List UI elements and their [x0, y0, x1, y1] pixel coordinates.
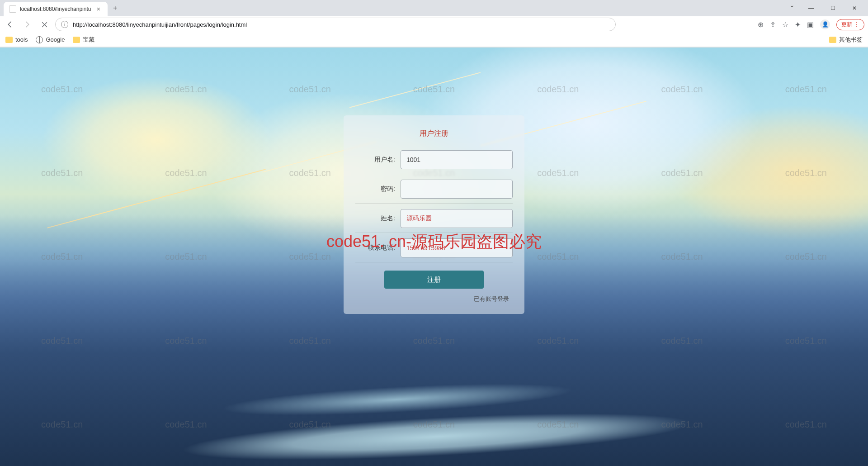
- username-label: 用户名:: [355, 156, 401, 164]
- browser-tab[interactable]: localhost:8080/linyechanpintu ×: [4, 2, 108, 16]
- close-icon: [41, 21, 48, 28]
- maximize-button[interactable]: ☐: [823, 1, 843, 15]
- bookmark-label: Google: [46, 36, 65, 43]
- bookmark-label: tools: [15, 36, 28, 43]
- tab-favicon-icon: [9, 5, 16, 13]
- form-row-username: 用户名:: [355, 150, 513, 174]
- chevron-down-icon[interactable]: ⌄: [785, 1, 799, 15]
- folder-icon: [5, 37, 13, 43]
- close-window-button[interactable]: ✕: [844, 1, 864, 15]
- password-label: 密码:: [355, 185, 401, 193]
- bookmarks-bar: tools Google 宝藏 其他书签: [0, 33, 868, 47]
- form-row-phone: 联系电话:: [355, 238, 513, 262]
- back-button[interactable]: [4, 18, 16, 31]
- forward-button: [21, 18, 33, 31]
- bookmark-star-icon[interactable]: ☆: [782, 20, 788, 29]
- name-label: 姓名:: [355, 214, 401, 223]
- phone-input[interactable]: [401, 238, 513, 257]
- bookmark-label: 宝藏: [83, 36, 94, 44]
- globe-icon: [36, 36, 43, 43]
- site-info-icon[interactable]: i: [61, 21, 68, 28]
- stop-reload-button[interactable]: [38, 18, 51, 31]
- phone-label: 联系电话:: [355, 244, 401, 252]
- close-icon[interactable]: ×: [95, 5, 102, 13]
- tab-bar: localhost:8080/linyechanpintu × + ⌄ — ☐ …: [0, 0, 868, 16]
- folder-icon: [829, 37, 836, 43]
- login-switch-link[interactable]: 已有账号登录: [355, 295, 513, 303]
- bookmark-google[interactable]: Google: [36, 36, 65, 43]
- url-text: http://localhost:8080/linyechanpintuijia…: [73, 21, 247, 28]
- bookmark-label: 其他书签: [839, 36, 863, 44]
- minimize-button[interactable]: —: [801, 1, 821, 15]
- arrow-left-icon: [6, 20, 14, 29]
- window-controls: ⌄ — ☐ ✕: [785, 1, 868, 15]
- page-content: code51.cncode51.cncode51.cncode51.cncode…: [0, 48, 868, 466]
- tab-title: localhost:8080/linyechanpintu: [20, 6, 95, 12]
- form-row-name: 姓名:: [355, 209, 513, 233]
- form-row-password: 密码:: [355, 180, 513, 204]
- extensions-icon[interactable]: ✦: [795, 20, 801, 29]
- arrow-right-icon: [23, 20, 31, 29]
- folder-icon: [73, 37, 80, 43]
- side-panel-icon[interactable]: ▣: [807, 20, 814, 29]
- update-button[interactable]: 更新 ⋮: [836, 19, 864, 30]
- card-title: 用户注册: [355, 129, 513, 138]
- name-input[interactable]: [401, 209, 513, 228]
- password-input[interactable]: [401, 180, 513, 199]
- bookmark-tools[interactable]: tools: [5, 36, 28, 43]
- profile-avatar[interactable]: 👤: [820, 19, 830, 29]
- zoom-icon[interactable]: ⊕: [758, 20, 764, 29]
- address-bar: i http://localhost:8080/linyechanpintuij…: [0, 16, 868, 33]
- new-tab-button[interactable]: +: [108, 4, 123, 12]
- toolbar-right: ⊕ ⇪ ☆ ✦ ▣ 👤 更新 ⋮: [758, 19, 864, 30]
- update-label: 更新: [841, 21, 852, 29]
- bookmark-baozang[interactable]: 宝藏: [73, 36, 94, 44]
- register-button[interactable]: 注册: [384, 271, 484, 289]
- share-icon[interactable]: ⇪: [770, 20, 776, 29]
- menu-dots-icon: ⋮: [854, 21, 859, 28]
- url-input[interactable]: i http://localhost:8080/linyechanpintuij…: [55, 18, 616, 31]
- register-card: 用户注册 用户名: 密码: 姓名: 联系电话: 注册 已有账号登录: [344, 115, 524, 314]
- browser-chrome: localhost:8080/linyechanpintu × + ⌄ — ☐ …: [0, 0, 868, 48]
- bookmark-other[interactable]: 其他书签: [829, 36, 863, 44]
- username-input[interactable]: [401, 150, 513, 169]
